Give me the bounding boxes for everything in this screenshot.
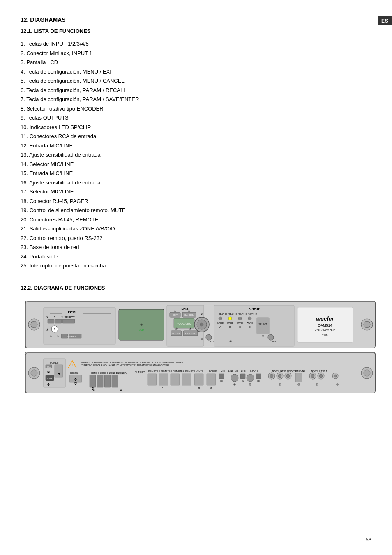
function-list: 1. Teclas de INPUT 1/2/3/4/5 2. Conector… [21, 40, 371, 270]
svg-text:LCD: LCD [139, 329, 144, 331]
svg-text:⑦: ⑦ [189, 327, 191, 330]
svg-text:MIC ←LINE: MIC ←LINE [235, 370, 246, 372]
svg-point-60 [238, 317, 242, 320]
svg-point-2 [31, 321, 37, 328]
svg-text:⑰: ⑰ [220, 380, 223, 382]
svg-text:ZONE: ZONE [227, 322, 234, 325]
svg-text:⑲: ⑲ [198, 387, 200, 389]
svg-point-41 [200, 323, 203, 326]
list-item: 22. Control remoto, puerto RS-232 [21, 234, 371, 242]
svg-point-152 [311, 374, 314, 378]
svg-text:SAVE/ENT: SAVE/ENT [185, 332, 195, 335]
svg-text:MIC ← LINE: MIC ← LINE [221, 370, 233, 372]
svg-point-143 [278, 374, 281, 378]
svg-text:SELECT: SELECT [258, 323, 267, 325]
list-item: 20. Conectores RJ-45, REMOTE [21, 216, 371, 224]
svg-text:⑭: ⑭ [257, 380, 260, 382]
svg-rect-148 [295, 373, 302, 382]
svg-text:wecler: wecler [316, 315, 334, 322]
svg-text:㉕: ㉕ [47, 383, 50, 386]
svg-text:OUTPUT: OUTPUT [249, 308, 260, 311]
svg-point-135 [247, 374, 254, 382]
svg-text:ZONE: ZONE [217, 322, 224, 325]
svg-point-59 [228, 317, 232, 320]
svg-rect-70 [257, 318, 269, 334]
svg-text:㉒: ㉒ [74, 382, 77, 385]
svg-point-85 [31, 370, 37, 376]
svg-rect-119 [182, 374, 191, 385]
list-item: 12. Entrada MIC/LINE [21, 142, 371, 150]
svg-text:SP/CLIP: SP/CLIP [248, 313, 257, 315]
list-item: 19. Control de silenciamiento remoto, MU… [21, 206, 371, 214]
svg-point-87 [364, 370, 370, 376]
list-item: 6. Tecla de configuración, PARAM / RECAL… [21, 86, 371, 94]
list-item: 8. Selector rotativo tipo ENCODER [21, 105, 371, 113]
svg-point-130 [231, 374, 238, 382]
svg-point-58 [219, 317, 222, 320]
svg-rect-110 [112, 375, 118, 387]
svg-text:C: C [239, 326, 241, 328]
svg-text:FUSE: FUSE [46, 366, 51, 368]
svg-text:2: 2 [54, 316, 55, 319]
list-item: 9. Teclas OUTPUTS [21, 114, 371, 122]
svg-text:B: B [229, 326, 231, 328]
svg-text:SELECT: SELECT [64, 316, 74, 319]
svg-text:㉓: ㉓ [58, 373, 60, 375]
svg-text:1: 1 [54, 328, 55, 331]
svg-text:ZONE: ZONE [237, 322, 244, 325]
svg-rect-117 [159, 374, 168, 385]
subsection1-title: 12.1. LISTA DE FUNCIONES [21, 28, 371, 34]
rear-panel-diagram: POWER FUSE ㉔ PWR ㉕ ㉓ ! WARNING: THIS APP… [25, 352, 376, 393]
svg-text:ZONE: ZONE [247, 322, 254, 325]
subsection2-title: 12.2. DIAGRAMA DE FUNCIONES [21, 285, 371, 291]
svg-text:⑨: ⑨ [262, 335, 264, 338]
svg-point-4 [364, 321, 370, 328]
list-item: 21. Salidas amplificadas ZONE A/B/C/D [21, 225, 371, 233]
svg-text:SP/CLIP: SP/CLIP [238, 313, 247, 315]
list-item: 13. Ajuste sensibilidad de entrada [21, 151, 371, 159]
list-item: 5. Tecla de configuración, MENU / CANCEL [21, 77, 371, 85]
svg-text:⑥: ⑥ [175, 327, 178, 330]
language-badge: ES [378, 16, 392, 25]
svg-text:⑧: ⑧ [46, 328, 48, 331]
svg-text:⑧: ⑧ [50, 335, 52, 338]
list-item: 3. Pantalla LCD [21, 58, 371, 67]
section-title: 12. DIAGRAMAS [21, 16, 371, 23]
svg-text:D: D [249, 326, 251, 328]
svg-text:⑯: ⑯ [233, 383, 236, 386]
svg-text:!: ! [72, 364, 73, 367]
svg-rect-116 [148, 374, 157, 385]
svg-text:EXIT: EXIT [173, 314, 178, 316]
svg-point-145 [286, 374, 290, 378]
svg-text:③: ③ [140, 323, 143, 326]
svg-text:A: A [219, 326, 221, 328]
svg-text:POWER: POWER [50, 362, 59, 364]
svg-text:INPUT 5  INPUT 4: INPUT 5 INPUT 4 [311, 370, 327, 372]
svg-text:⑤: ⑤ [188, 309, 190, 312]
svg-rect-118 [171, 374, 180, 385]
svg-text:INPUT: INPUT [68, 310, 77, 313]
svg-rect-109 [104, 375, 111, 387]
svg-point-141 [270, 374, 273, 378]
svg-point-61 [248, 317, 251, 320]
svg-rect-137 [256, 374, 261, 379]
svg-text:MIC/LINE: MIC/LINE [296, 370, 305, 372]
list-item: 2. Conector Minijack, INPUT 1 [21, 49, 371, 58]
svg-text:㉐: ㉐ [162, 387, 164, 389]
svg-text:PAGER: PAGER [209, 370, 217, 372]
svg-text:㉒: ㉒ [74, 378, 77, 381]
svg-text:RECALL: RECALL [172, 332, 180, 335]
svg-text:②: ② [57, 335, 59, 338]
list-item: 14. Selector MIC/LINE [21, 160, 371, 168]
list-item: 15. Entrada MIC/LINE [21, 169, 371, 177]
svg-text:⑪: ⑪ [279, 383, 281, 386]
svg-rect-13 [55, 319, 62, 323]
svg-text:④: ④ [174, 309, 176, 312]
svg-text:CANCEL: CANCEL [184, 314, 194, 316]
svg-rect-125 [207, 374, 216, 385]
svg-text:DAM514: DAM514 [318, 323, 332, 327]
list-item: 24. Portafusible [21, 253, 371, 261]
list-item: 23. Base de toma de red [21, 243, 371, 251]
svg-text:⑮: ⑮ [242, 380, 244, 382]
svg-text:SP/CLIP: SP/CLIP [228, 313, 237, 315]
